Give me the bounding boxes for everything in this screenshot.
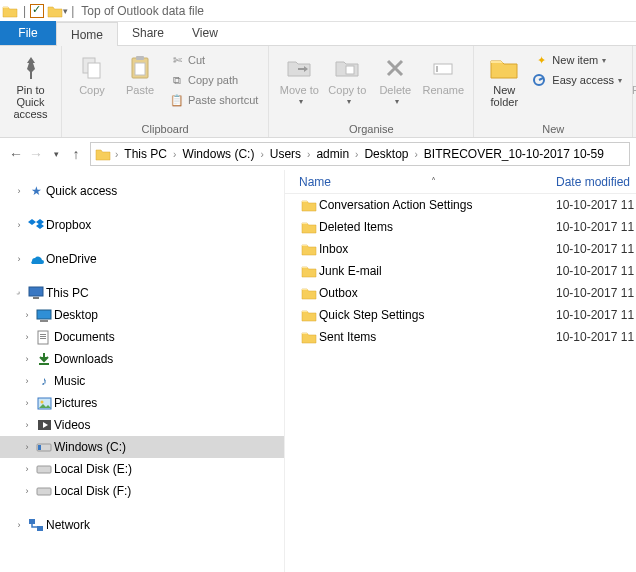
expand-icon[interactable]: › <box>20 420 34 430</box>
tab-home[interactable]: Home <box>56 22 118 46</box>
tree-label: Documents <box>54 330 115 344</box>
qat-dropdown-icon[interactable]: ▾ <box>63 6 68 16</box>
pin-label: Pin to Quick access <box>3 84 59 120</box>
crumb-users[interactable]: Users <box>266 147 305 161</box>
tab-view[interactable]: View <box>178 21 232 45</box>
chevron-right-icon[interactable]: › <box>412 149 419 160</box>
folder-icon <box>299 330 319 344</box>
rename-button[interactable]: Rename <box>419 50 467 96</box>
expand-icon[interactable]: › <box>12 220 26 230</box>
expand-icon[interactable]: › <box>20 354 34 364</box>
group-clipboard: Copy Paste ✄ Cut ⧉ Copy path 📋 <box>62 46 269 137</box>
expand-icon[interactable]: › <box>20 486 34 496</box>
tree-disk-f[interactable]: › Local Disk (F:) <box>0 480 284 502</box>
paste-shortcut-label: Paste shortcut <box>188 94 258 106</box>
svg-rect-19 <box>40 338 46 339</box>
expand-icon[interactable]: › <box>12 186 26 196</box>
paste-shortcut-button[interactable]: 📋 Paste shortcut <box>164 90 262 110</box>
chevron-down-icon: ▾ <box>618 76 622 85</box>
tree-documents[interactable]: › Documents <box>0 326 284 348</box>
list-item[interactable]: Conversation Action Settings10-10-2017 1… <box>285 194 636 216</box>
chevron-down-icon: ▾ <box>602 56 606 65</box>
expand-icon[interactable]: › <box>12 254 26 264</box>
list-item[interactable]: Outbox10-10-2017 11 <box>285 282 636 304</box>
expand-icon[interactable]: › <box>20 310 34 320</box>
list-item[interactable]: Sent Items10-10-2017 11 <box>285 326 636 348</box>
chevron-right-icon[interactable]: › <box>353 149 360 160</box>
item-name: Outbox <box>319 286 556 300</box>
new-folder-button[interactable]: New folder <box>480 50 528 108</box>
tree-pictures[interactable]: › Pictures <box>0 392 284 414</box>
list-item[interactable]: Inbox10-10-2017 11 <box>285 238 636 260</box>
chevron-right-icon[interactable]: › <box>305 149 312 160</box>
pin-to-quick-access-button[interactable]: Pin to Quick access <box>3 50 59 120</box>
move-to-button[interactable]: Move to ▾ <box>275 50 323 108</box>
tree-music[interactable]: › ♪ Music <box>0 370 284 392</box>
tree-label: Music <box>54 374 85 388</box>
tree-desktop[interactable]: › Desktop <box>0 304 284 326</box>
window-title: Top of Outlook data file <box>81 4 204 18</box>
crumb-folder[interactable]: BITRECOVER_10-10-2017 10-59 <box>420 147 608 161</box>
properties-label: Properties <box>632 84 636 96</box>
svg-rect-18 <box>40 336 46 337</box>
chevron-right-icon[interactable]: › <box>113 149 120 160</box>
copy-path-icon: ⧉ <box>168 74 186 87</box>
copy-path-button[interactable]: ⧉ Copy path <box>164 70 262 90</box>
delete-button[interactable]: Delete ▾ <box>371 50 419 108</box>
expand-icon[interactable]: › <box>12 520 26 530</box>
tab-file[interactable]: File <box>0 21 56 45</box>
paste-button[interactable]: Paste <box>116 50 164 96</box>
header-date[interactable]: Date modified <box>556 175 636 189</box>
history-dropdown[interactable]: ▾ <box>46 149 66 159</box>
copy-to-button[interactable]: Copy to ▾ <box>323 50 371 108</box>
chevron-right-icon[interactable]: › <box>171 149 178 160</box>
address-bar[interactable]: › This PC › Windows (C:) › Users › admin… <box>90 142 630 166</box>
list-item[interactable]: Deleted Items10-10-2017 11 <box>285 216 636 238</box>
tree-this-pc[interactable]: › This PC <box>0 282 284 304</box>
header-name[interactable]: Name ˄ <box>299 175 556 189</box>
tree-windows-c[interactable]: › Windows (C:) <box>0 436 284 458</box>
copy-button[interactable]: Copy <box>68 50 116 96</box>
collapse-icon[interactable]: › <box>11 285 28 302</box>
expand-icon[interactable]: › <box>20 332 34 342</box>
back-button[interactable]: ← <box>6 146 26 162</box>
cut-button[interactable]: ✄ Cut <box>164 50 262 70</box>
svg-point-22 <box>40 400 43 403</box>
up-button[interactable]: ↑ <box>66 146 86 162</box>
tree-label: Local Disk (E:) <box>54 462 132 476</box>
tab-share[interactable]: Share <box>118 21 178 45</box>
copy-icon <box>80 52 104 84</box>
crumb-winc[interactable]: Windows (C:) <box>178 147 258 161</box>
tree-label: Windows (C:) <box>54 440 126 454</box>
tree-network[interactable]: › Network <box>0 514 284 536</box>
expand-icon[interactable]: › <box>20 398 34 408</box>
tree-quick-access[interactable]: › ★ Quick access <box>0 180 284 202</box>
svg-rect-15 <box>40 320 48 322</box>
item-date: 10-10-2017 11 <box>556 264 636 278</box>
tree-videos[interactable]: › Videos <box>0 414 284 436</box>
expand-icon[interactable]: › <box>20 376 34 386</box>
expand-icon[interactable]: › <box>20 442 34 452</box>
crumb-desktop[interactable]: Desktop <box>360 147 412 161</box>
qat-checkbox-icon[interactable] <box>29 3 45 19</box>
expand-icon[interactable]: › <box>20 464 34 474</box>
navigation-bar: ← → ▾ ↑ › This PC › Windows (C:) › Users… <box>0 138 636 170</box>
easy-access-button[interactable]: Easy access ▾ <box>528 70 626 90</box>
crumb-thispc[interactable]: This PC <box>120 147 171 161</box>
new-folder-icon <box>489 52 519 84</box>
crumb-admin[interactable]: admin <box>312 147 353 161</box>
tree-downloads[interactable]: › Downloads <box>0 348 284 370</box>
list-item[interactable]: Quick Step Settings10-10-2017 11 <box>285 304 636 326</box>
tree-disk-e[interactable]: › Local Disk (E:) <box>0 458 284 480</box>
tree-dropbox[interactable]: › Dropbox <box>0 214 284 236</box>
item-date: 10-10-2017 11 <box>556 242 636 256</box>
chevron-right-icon[interactable]: › <box>258 149 265 160</box>
titlebar: | ▾ | Top of Outlook data file <box>0 0 636 22</box>
svg-rect-5 <box>135 63 145 75</box>
forward-button[interactable]: → <box>26 146 46 162</box>
tree-onedrive[interactable]: › OneDrive <box>0 248 284 270</box>
folder-icon <box>299 286 319 300</box>
new-item-button[interactable]: ✦ New item ▾ <box>528 50 626 70</box>
list-item[interactable]: Junk E-mail10-10-2017 11 <box>285 260 636 282</box>
item-date: 10-10-2017 11 <box>556 330 636 344</box>
